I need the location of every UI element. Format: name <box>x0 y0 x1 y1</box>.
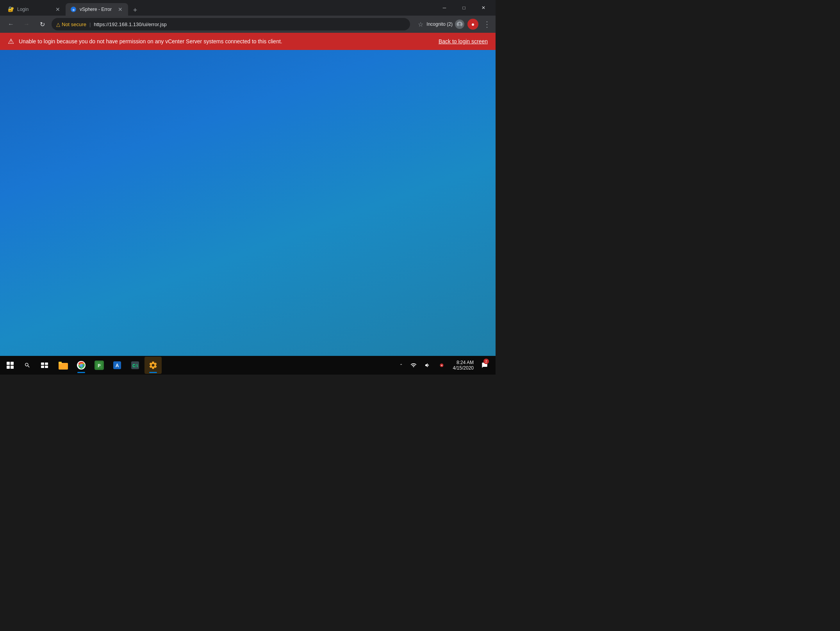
svg-text:×: × <box>441 364 443 367</box>
svg-rect-4 <box>41 366 44 368</box>
system-tray: ⌃ × 8:24 <box>393 357 494 374</box>
login-tab-close[interactable]: ✕ <box>55 6 61 12</box>
incognito-label: Incognito (2) <box>426 21 453 27</box>
window-controls: ─ □ ✕ <box>435 2 492 14</box>
taskbar-app4[interactable]: A <box>109 357 126 374</box>
warning-icon: △ <box>56 21 60 27</box>
start-button[interactable] <box>2 357 19 374</box>
taskbar-chrome[interactable] <box>73 357 90 374</box>
taskbar-app5[interactable]: C:\ <box>127 357 144 374</box>
back-button[interactable]: ← <box>5 18 17 30</box>
address-bar-actions: ☆ <box>418 21 423 28</box>
svg-text:⊕: ⊕ <box>72 8 75 12</box>
app4-icon: A <box>112 361 122 370</box>
file-explorer-icon <box>59 361 68 370</box>
app5-icon: C:\ <box>130 361 140 370</box>
vsphere-error-tab[interactable]: ⊕ vSphere - Error ✕ <box>66 3 128 16</box>
bookmark-button[interactable]: ☆ <box>418 21 423 28</box>
windows-logo-icon <box>7 362 14 369</box>
reload-button[interactable]: ↻ <box>36 18 48 30</box>
security-text: Not secure <box>62 21 86 27</box>
vsphere-tab-title: vSphere - Error <box>80 7 114 12</box>
task-view-button[interactable] <box>36 359 53 371</box>
title-bar: 🔐 Login ✕ ⊕ vSphere - Error ✕ + ─ <box>0 0 496 16</box>
taskbar: P A C:\ <box>0 356 496 375</box>
nav-bar: ← → ↻ △ Not secure | https://192.168.1.1… <box>0 16 496 33</box>
error-message: Unable to login because you do not have … <box>19 38 434 44</box>
chrome-app-icon <box>77 361 86 370</box>
chrome-menu-button[interactable]: ⋮ <box>483 20 491 29</box>
login-tab-title: Login <box>17 7 52 12</box>
network-icon[interactable] <box>407 357 420 374</box>
address-bar[interactable]: △ Not secure | https://192.168.1.130/ui/… <box>52 18 410 30</box>
url-text: https://192.168.1.130/ui/error.jsp <box>94 21 166 27</box>
taskbar-search-button[interactable] <box>19 359 36 371</box>
taskbar-settings[interactable] <box>144 357 162 374</box>
incognito-badge: Incognito (2) <box>426 20 464 29</box>
settings-icon <box>148 361 158 370</box>
notifications-button[interactable]: 2 <box>478 357 491 374</box>
login-tab-favicon: 🔐 <box>8 6 14 12</box>
svg-rect-8 <box>59 362 62 363</box>
svg-point-12 <box>80 364 82 366</box>
close-button[interactable]: ✕ <box>474 2 492 14</box>
maximize-button[interactable]: □ <box>455 2 473 14</box>
taskbar-file-explorer[interactable] <box>55 357 72 374</box>
taskbar-apps: P A C:\ <box>55 357 162 374</box>
svg-text:P: P <box>98 363 100 368</box>
svg-rect-3 <box>45 363 48 365</box>
app3-icon: P <box>95 361 104 370</box>
back-to-login-link[interactable]: Back to login screen <box>439 38 488 44</box>
new-tab-button[interactable]: + <box>130 5 141 16</box>
profile-button[interactable]: ● <box>467 19 478 30</box>
error-banner: ⚠ Unable to login because you do not hav… <box>0 33 496 50</box>
browser-window: 🔐 Login ✕ ⊕ vSphere - Error ✕ + ─ <box>0 0 496 375</box>
volume-icon[interactable] <box>421 357 434 374</box>
page-content <box>0 50 496 356</box>
system-tray-expand[interactable]: ⌃ <box>396 357 406 374</box>
svg-text:A: A <box>116 363 119 368</box>
login-tab[interactable]: 🔐 Login ✕ <box>3 3 66 16</box>
vsphere-tab-close[interactable]: ✕ <box>117 6 123 12</box>
svg-rect-2 <box>41 363 44 365</box>
tab-bar: 🔐 Login ✕ ⊕ vSphere - Error ✕ + <box>3 0 435 16</box>
clock-date: 4/15/2020 <box>453 365 474 371</box>
notification-count: 2 <box>483 359 489 364</box>
taskbar-app3[interactable]: P <box>91 357 108 374</box>
volume-mute-icon: × <box>435 357 448 374</box>
error-icon: ⚠ <box>8 37 14 46</box>
clock-time: 8:24 AM <box>457 360 474 365</box>
forward-button[interactable]: → <box>20 18 33 30</box>
svg-rect-5 <box>45 366 48 368</box>
incognito-icon <box>455 20 464 29</box>
minimize-button[interactable]: ─ <box>435 2 453 14</box>
vsphere-tab-favicon: ⊕ <box>70 6 77 12</box>
svg-text:C:\: C:\ <box>132 364 138 368</box>
security-warning: △ Not secure <box>56 21 86 27</box>
system-clock[interactable]: 8:24 AM 4/15/2020 <box>449 360 477 371</box>
